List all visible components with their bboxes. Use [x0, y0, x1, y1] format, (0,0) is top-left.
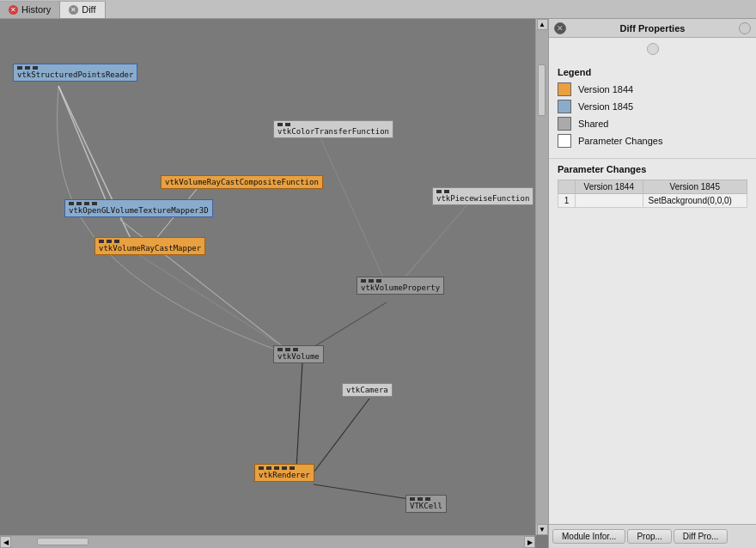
h-scroll-thumb[interactable]	[37, 538, 88, 545]
table-row: 1 SetBackground(0,0,0)	[558, 194, 747, 208]
scroll-left-arrow[interactable]: ◀	[0, 536, 11, 548]
scroll-up-arrow[interactable]: ▲	[537, 19, 548, 30]
v-scroll-thumb[interactable]	[538, 64, 546, 116]
row-num: 1	[558, 194, 576, 208]
scroll-right-arrow[interactable]: ▶	[524, 536, 535, 548]
node-label: vtkRenderer	[259, 471, 310, 479]
node-VTKCell[interactable]: VTKCell	[405, 495, 447, 513]
tab-bar: ✕ History ✕ Diff	[0, 0, 756, 19]
node-label: vtkPiecewiseFunction	[436, 194, 529, 203]
legend-color-version1844	[558, 82, 571, 96]
close-diff-icon[interactable]: ✕	[69, 5, 78, 15]
legend-item-version1844: Version 1844	[558, 82, 747, 96]
col-v1844: Version 1844	[576, 180, 643, 194]
right-panel: ✕ Diff Properties Legend Version 1844 Ve…	[548, 19, 756, 548]
node-vtkOpenGLVolumeTextureMapper3D[interactable]: vtkOpenGLVolumeTextureMapper3D	[64, 199, 213, 217]
legend-label-version1844: Version 1844	[578, 84, 633, 94]
node-label: vtkVolumeProperty	[361, 283, 440, 292]
svg-line-3	[318, 132, 387, 285]
vertical-scrollbar[interactable]: ▲ ▼	[535, 19, 548, 535]
node-vtkVolume[interactable]: vtkVolume	[273, 345, 324, 363]
diff-pro-button[interactable]: Diff Pro...	[674, 529, 729, 544]
col-num	[558, 180, 576, 194]
node-vtkStructuredPointsReader[interactable]: vtkStructuredPointsReader	[13, 64, 137, 82]
legend-item-shared: Shared	[558, 117, 747, 131]
panel-expand-button[interactable]	[739, 22, 751, 34]
svg-line-8	[296, 362, 302, 469]
node-label: vtkOpenGLVolumeTextureMapper3D	[69, 206, 209, 215]
svg-line-7	[139, 255, 294, 354]
node-vtkPiecewiseFunction[interactable]: vtkPiecewiseFunction	[432, 187, 533, 205]
close-history-icon[interactable]: ✕	[9, 5, 18, 15]
node-vtkVolumeProperty[interactable]: vtkVolumeProperty	[357, 277, 444, 295]
tab-diff[interactable]: ✕ Diff	[60, 1, 105, 18]
svg-line-1	[58, 86, 133, 244]
node-vtkColorTransferFunction[interactable]: vtkColorTransferFunction	[273, 120, 393, 138]
col-v1845: Version 1845	[643, 180, 747, 194]
legend-section: Legend Version 1844 Version 1845 Shared …	[549, 60, 756, 159]
legend-item-paramchanges: Parameter Changes	[558, 134, 747, 148]
svg-line-0	[58, 86, 112, 215]
node-vtkRenderer[interactable]: vtkRenderer	[254, 464, 314, 482]
panel-indicator	[647, 43, 659, 55]
tab-history-label: History	[21, 4, 51, 15]
param-changes-table: Version 1844 Version 1845 1 SetBackgroun…	[558, 180, 747, 208]
node-label: VTKCell	[410, 502, 442, 510]
legend-color-paramchanges	[558, 134, 571, 148]
legend-color-shared	[558, 117, 571, 131]
legend-title: Legend	[558, 67, 747, 77]
tab-diff-label: Diff	[82, 4, 95, 15]
h-scroll-track[interactable]	[11, 536, 524, 548]
row-v1844	[576, 194, 643, 208]
svg-line-9	[314, 399, 369, 472]
row-v1845: SetBackground(0,0,0)	[643, 194, 747, 208]
node-vtkVolumeRayCastMapper[interactable]: vtkVolumeRayCastMapper	[94, 237, 205, 255]
legend-item-version1845: Version 1845	[558, 100, 747, 113]
horizontal-scrollbar[interactable]: ◀ ▶	[0, 535, 535, 548]
node-label: vtkVolumeRayCastMapper	[99, 244, 201, 253]
panel-title: Diff Properties	[566, 23, 739, 33]
main-content: vtkStructuredPointsReader vtkColorTransf…	[0, 19, 756, 548]
panel-close-button[interactable]: ✕	[554, 22, 566, 34]
node-label: vtkVolume	[277, 352, 320, 361]
prop-button[interactable]: Prop...	[627, 529, 671, 544]
node-vtkCamera[interactable]: vtkCamera	[342, 383, 393, 397]
module-info-button[interactable]: Module Infor...	[552, 529, 625, 544]
v-scroll-track[interactable]	[536, 30, 548, 524]
param-changes-title: Parameter Changes	[558, 164, 747, 174]
panel-title-bar: ✕ Diff Properties	[549, 19, 756, 38]
param-changes-section: Parameter Changes Version 1844 Version 1…	[549, 159, 756, 524]
legend-color-version1845	[558, 100, 571, 113]
node-label: vtkCamera	[346, 386, 388, 394]
legend-label-shared: Shared	[578, 119, 608, 129]
tab-history[interactable]: ✕ History	[0, 1, 60, 18]
node-vtkVolumeRayCastCompositeFunction[interactable]: vtkVolumeRayCastCompositeFunction	[161, 175, 323, 189]
bottom-bar: Module Infor... Prop... Diff Pro...	[549, 524, 756, 548]
node-label: vtkStructuredPointsReader	[17, 70, 133, 79]
node-label: vtkVolumeRayCastCompositeFunction	[165, 178, 319, 186]
canvas-area[interactable]: vtkStructuredPointsReader vtkColorTransf…	[0, 19, 548, 548]
scroll-down-arrow[interactable]: ▼	[537, 524, 548, 535]
legend-label-version1845: Version 1845	[578, 101, 633, 112]
node-label: vtkColorTransferFunction	[277, 127, 389, 136]
legend-label-paramchanges: Parameter Changes	[578, 136, 662, 146]
